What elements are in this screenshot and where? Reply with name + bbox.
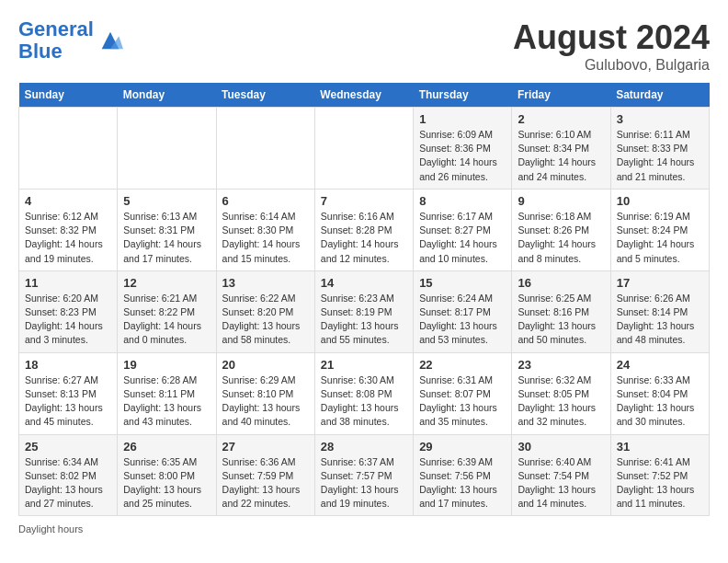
calendar-cell: 13Sunrise: 6:22 AMSunset: 8:20 PMDayligh… bbox=[216, 270, 314, 352]
calendar-cell: 4Sunrise: 6:12 AMSunset: 8:32 PMDaylight… bbox=[19, 189, 118, 270]
day-info: Sunrise: 6:12 AMSunset: 8:32 PMDaylight:… bbox=[25, 210, 111, 266]
day-info: Sunrise: 6:31 AMSunset: 8:07 PMDaylight:… bbox=[419, 373, 506, 430]
day-info: Sunrise: 6:23 AMSunset: 8:19 PMDaylight:… bbox=[321, 292, 407, 348]
day-info: Sunrise: 6:22 AMSunset: 8:20 PMDaylight:… bbox=[222, 292, 309, 348]
title-block: August 2024 Gulubovo, Bulgaria bbox=[513, 18, 710, 74]
day-number: 11 bbox=[25, 276, 111, 290]
day-info: Sunrise: 6:21 AMSunset: 8:22 PMDaylight:… bbox=[123, 292, 210, 348]
day-info: Sunrise: 6:27 AMSunset: 8:13 PMDaylight:… bbox=[25, 373, 111, 430]
calendar-cell: 24Sunrise: 6:33 AMSunset: 8:04 PMDayligh… bbox=[610, 352, 709, 434]
day-number: 15 bbox=[419, 276, 506, 290]
calendar-cell: 25Sunrise: 6:34 AMSunset: 8:02 PMDayligh… bbox=[19, 434, 118, 516]
day-number: 23 bbox=[518, 358, 604, 372]
day-info: Sunrise: 6:14 AMSunset: 8:30 PMDaylight:… bbox=[222, 210, 309, 266]
day-number: 21 bbox=[321, 358, 407, 372]
calendar-cell: 17Sunrise: 6:26 AMSunset: 8:14 PMDayligh… bbox=[610, 270, 709, 352]
weekday-header: Wednesday bbox=[314, 83, 413, 108]
day-info: Sunrise: 6:37 AMSunset: 7:57 PMDaylight:… bbox=[321, 455, 407, 511]
day-number: 16 bbox=[518, 276, 604, 290]
day-info: Sunrise: 6:17 AMSunset: 8:27 PMDaylight:… bbox=[419, 210, 506, 266]
day-info: Sunrise: 6:29 AMSunset: 8:10 PMDaylight:… bbox=[222, 373, 309, 430]
page-header: General Blue August 2024 Gulubovo, Bulga… bbox=[18, 18, 710, 74]
day-number: 18 bbox=[25, 358, 111, 372]
calendar-cell bbox=[314, 108, 413, 190]
day-number: 22 bbox=[419, 358, 506, 372]
day-number: 5 bbox=[123, 194, 210, 208]
calendar-cell: 23Sunrise: 6:32 AMSunset: 8:05 PMDayligh… bbox=[512, 352, 610, 434]
footer: Daylight hours bbox=[18, 523, 710, 534]
calendar-cell: 2Sunrise: 6:10 AMSunset: 8:34 PMDaylight… bbox=[512, 108, 610, 190]
day-number: 19 bbox=[123, 358, 210, 372]
day-info: Sunrise: 6:10 AMSunset: 8:34 PMDaylight:… bbox=[518, 128, 604, 184]
calendar-week-row: 4Sunrise: 6:12 AMSunset: 8:32 PMDaylight… bbox=[19, 189, 710, 270]
location: Gulubovo, Bulgaria bbox=[513, 57, 710, 74]
day-number: 28 bbox=[321, 440, 407, 454]
day-info: Sunrise: 6:20 AMSunset: 8:23 PMDaylight:… bbox=[25, 292, 111, 348]
day-info: Sunrise: 6:09 AMSunset: 8:36 PMDaylight:… bbox=[419, 128, 506, 184]
logo-icon bbox=[97, 28, 123, 53]
day-number: 20 bbox=[222, 358, 309, 372]
calendar-cell: 28Sunrise: 6:37 AMSunset: 7:57 PMDayligh… bbox=[314, 434, 413, 516]
day-number: 9 bbox=[518, 194, 604, 208]
weekday-header: Friday bbox=[512, 83, 610, 108]
calendar-cell: 14Sunrise: 6:23 AMSunset: 8:19 PMDayligh… bbox=[314, 270, 413, 352]
calendar-cell: 6Sunrise: 6:14 AMSunset: 8:30 PMDaylight… bbox=[216, 189, 314, 270]
day-number: 14 bbox=[321, 276, 407, 290]
day-number: 8 bbox=[419, 194, 506, 208]
weekday-header: Tuesday bbox=[216, 83, 314, 108]
day-info: Sunrise: 6:25 AMSunset: 8:16 PMDaylight:… bbox=[518, 292, 604, 348]
day-number: 12 bbox=[123, 276, 210, 290]
day-info: Sunrise: 6:11 AMSunset: 8:33 PMDaylight:… bbox=[617, 128, 703, 184]
day-info: Sunrise: 6:40 AMSunset: 7:54 PMDaylight:… bbox=[518, 455, 604, 511]
calendar-table: SundayMondayTuesdayWednesdayThursdayFrid… bbox=[18, 83, 710, 516]
calendar-cell: 9Sunrise: 6:18 AMSunset: 8:26 PMDaylight… bbox=[512, 189, 610, 270]
calendar-cell bbox=[216, 108, 314, 190]
day-info: Sunrise: 6:13 AMSunset: 8:31 PMDaylight:… bbox=[123, 210, 210, 266]
day-info: Sunrise: 6:39 AMSunset: 7:56 PMDaylight:… bbox=[419, 455, 506, 511]
calendar-cell: 8Sunrise: 6:17 AMSunset: 8:27 PMDaylight… bbox=[414, 189, 512, 270]
calendar-cell: 1Sunrise: 6:09 AMSunset: 8:36 PMDaylight… bbox=[414, 108, 512, 190]
day-info: Sunrise: 6:16 AMSunset: 8:28 PMDaylight:… bbox=[321, 210, 407, 266]
calendar-week-row: 1Sunrise: 6:09 AMSunset: 8:36 PMDaylight… bbox=[19, 108, 710, 190]
logo-text: General Blue bbox=[18, 18, 94, 63]
calendar-header: SundayMondayTuesdayWednesdayThursdayFrid… bbox=[19, 83, 710, 108]
calendar-cell: 5Sunrise: 6:13 AMSunset: 8:31 PMDaylight… bbox=[118, 189, 216, 270]
month-year: August 2024 bbox=[513, 18, 710, 57]
calendar-cell: 18Sunrise: 6:27 AMSunset: 8:13 PMDayligh… bbox=[19, 352, 118, 434]
calendar-cell: 26Sunrise: 6:35 AMSunset: 8:00 PMDayligh… bbox=[118, 434, 216, 516]
day-info: Sunrise: 6:18 AMSunset: 8:26 PMDaylight:… bbox=[518, 210, 604, 266]
calendar-week-row: 25Sunrise: 6:34 AMSunset: 8:02 PMDayligh… bbox=[19, 434, 710, 516]
day-info: Sunrise: 6:24 AMSunset: 8:17 PMDaylight:… bbox=[419, 292, 506, 348]
calendar-cell: 22Sunrise: 6:31 AMSunset: 8:07 PMDayligh… bbox=[414, 352, 512, 434]
calendar-week-row: 11Sunrise: 6:20 AMSunset: 8:23 PMDayligh… bbox=[19, 270, 710, 352]
day-number: 26 bbox=[123, 440, 210, 454]
day-info: Sunrise: 6:34 AMSunset: 8:02 PMDaylight:… bbox=[25, 455, 111, 511]
day-number: 24 bbox=[617, 358, 703, 372]
calendar-cell bbox=[19, 108, 118, 190]
day-info: Sunrise: 6:30 AMSunset: 8:08 PMDaylight:… bbox=[321, 373, 407, 430]
calendar-cell: 20Sunrise: 6:29 AMSunset: 8:10 PMDayligh… bbox=[216, 352, 314, 434]
daylight-label: Daylight hours bbox=[18, 523, 83, 534]
day-number: 3 bbox=[617, 112, 703, 126]
calendar-cell: 29Sunrise: 6:39 AMSunset: 7:56 PMDayligh… bbox=[414, 434, 512, 516]
day-number: 4 bbox=[25, 194, 111, 208]
day-number: 30 bbox=[518, 440, 604, 454]
weekday-header: Saturday bbox=[610, 83, 709, 108]
day-number: 7 bbox=[321, 194, 407, 208]
day-number: 17 bbox=[617, 276, 703, 290]
day-number: 31 bbox=[617, 440, 703, 454]
calendar-week-row: 18Sunrise: 6:27 AMSunset: 8:13 PMDayligh… bbox=[19, 352, 710, 434]
calendar-cell: 30Sunrise: 6:40 AMSunset: 7:54 PMDayligh… bbox=[512, 434, 610, 516]
day-number: 25 bbox=[25, 440, 111, 454]
calendar-cell: 10Sunrise: 6:19 AMSunset: 8:24 PMDayligh… bbox=[610, 189, 709, 270]
day-info: Sunrise: 6:28 AMSunset: 8:11 PMDaylight:… bbox=[123, 373, 210, 430]
day-info: Sunrise: 6:26 AMSunset: 8:14 PMDaylight:… bbox=[617, 292, 703, 348]
calendar-cell: 19Sunrise: 6:28 AMSunset: 8:11 PMDayligh… bbox=[118, 352, 216, 434]
day-info: Sunrise: 6:41 AMSunset: 7:52 PMDaylight:… bbox=[617, 455, 703, 511]
calendar-cell: 12Sunrise: 6:21 AMSunset: 8:22 PMDayligh… bbox=[118, 270, 216, 352]
calendar-cell: 3Sunrise: 6:11 AMSunset: 8:33 PMDaylight… bbox=[610, 108, 709, 190]
day-number: 29 bbox=[419, 440, 506, 454]
weekday-header: Sunday bbox=[19, 83, 118, 108]
logo: General Blue bbox=[18, 18, 123, 63]
day-number: 6 bbox=[222, 194, 309, 208]
